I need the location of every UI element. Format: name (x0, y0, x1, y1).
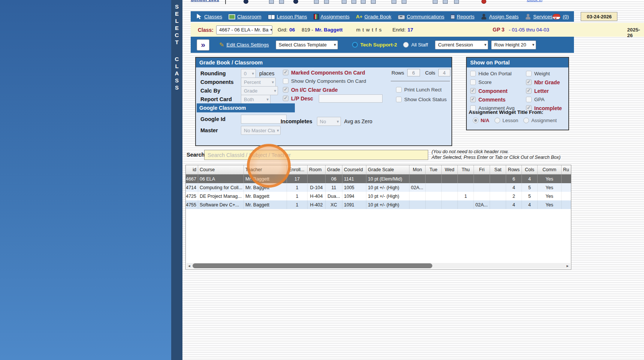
portal-option-checkbox[interactable] (526, 97, 532, 102)
scrollbar-thumb[interactable] (193, 263, 432, 268)
nav-communications[interactable]: Communications (398, 14, 445, 19)
portal-option-checkbox[interactable] (470, 71, 476, 76)
scroll-left-arrow[interactable] (187, 263, 192, 269)
toolbar-icon[interactable] (361, 0, 366, 4)
column-header[interactable]: Comm (538, 165, 562, 174)
class-select[interactable]: 4667 - 06 ELA - Mr. Ba (216, 25, 272, 34)
toolbar-icon[interactable] (244, 0, 248, 4)
nav-lesson-plans[interactable]: Lesson Plans (268, 14, 307, 19)
school-year: 2025-26 (627, 27, 644, 38)
table-cell: 1141 (342, 175, 366, 183)
reportcard-row: Report Card Both (200, 95, 270, 104)
nav-services[interactable]: Services (525, 14, 553, 19)
toolbar-icon[interactable] (402, 0, 406, 4)
portal-option-checkbox[interactable] (470, 97, 476, 102)
all-staff-radio[interactable] (403, 42, 409, 48)
nav-assign-seats[interactable]: Assign Seats (481, 14, 518, 19)
portal-option-checkbox[interactable] (526, 79, 532, 85)
column-header[interactable]: Room (308, 165, 326, 174)
components-select[interactable]: Percent (241, 78, 276, 87)
cols-input[interactable]: 4 (438, 69, 450, 76)
portal-option-label: GPA (534, 97, 545, 102)
toolbar-icon[interactable] (269, 0, 274, 4)
expand-button[interactable]: » (197, 39, 209, 51)
portal-option-checkbox[interactable] (470, 79, 476, 85)
portal-option-checkbox[interactable] (526, 88, 532, 94)
column-header[interactable]: Cols (522, 165, 538, 174)
toolbar-icon[interactable] (391, 0, 396, 4)
portal-option-checkbox[interactable] (526, 71, 532, 76)
gradebook-panel-title: Grade Book / Classroom (196, 58, 451, 67)
toolbar-icon[interactable] (433, 0, 438, 4)
calcby-select[interactable]: Grade (241, 86, 278, 95)
toolbar-icon[interactable] (279, 0, 284, 4)
nav-grade-book[interactable]: A+Grade Book (356, 14, 391, 19)
gradebook-option-checkbox[interactable] (396, 87, 402, 93)
tech-support-radio[interactable] (352, 42, 358, 48)
sidebar-letter: S (171, 3, 182, 10)
google-id-input[interactable] (241, 115, 287, 124)
toolbar-icon[interactable] (371, 0, 376, 4)
column-header[interactable]: Ru (562, 165, 571, 174)
table-cell: H-402 (308, 200, 326, 209)
column-header[interactable]: Sat (490, 165, 506, 174)
toolbar-icon[interactable] (293, 0, 298, 4)
clock-in-link[interactable]: Clock In (527, 0, 542, 2)
gradebook-option-checkbox[interactable] (283, 87, 288, 93)
table-row[interactable]: 4714Computing for Coll...Mr. Baggett1D-1… (186, 183, 571, 192)
toolbar-icon[interactable] (443, 0, 448, 4)
gradebook-option-checkbox[interactable] (396, 97, 402, 102)
column-header[interactable]: Enroll... (287, 165, 308, 174)
gradebook-option-checkbox[interactable] (283, 70, 288, 75)
class-template-select[interactable]: Select Class Template (276, 40, 338, 49)
toolbar-icon[interactable] (351, 0, 356, 4)
chat-bubble-icon[interactable] (553, 14, 560, 19)
gradebook-option-checkbox[interactable] (283, 78, 288, 84)
search-input[interactable] (204, 150, 428, 160)
rows-label: Rows (391, 70, 404, 76)
school-link[interactable]: School 1001 (191, 0, 219, 2)
rows-cols-row: Rows 6 Cols 4 (391, 69, 450, 76)
widget-title-radio[interactable] (523, 118, 529, 123)
toolbar-icon[interactable] (314, 0, 319, 4)
column-header[interactable]: Course (198, 165, 244, 174)
rounding-select[interactable]: 0 (241, 69, 256, 78)
row-height-select[interactable]: Row Height 20 (491, 40, 536, 49)
column-header[interactable]: Grade Scale (366, 165, 409, 174)
toolbar-icon[interactable] (324, 0, 329, 4)
column-header[interactable]: Wed (442, 165, 458, 174)
toolbar-icon[interactable] (342, 0, 347, 4)
message-count-link[interactable]: (0) (563, 14, 569, 19)
nav-classes[interactable]: Classes (196, 14, 222, 19)
portal-option-checkbox[interactable] (470, 88, 476, 94)
column-header[interactable]: Rows (506, 165, 522, 174)
lp-desc-input[interactable] (319, 94, 383, 103)
table-row[interactable]: 466706 ELAMr. Baggett1706114110 pt (Elem… (186, 175, 571, 183)
widget-title-radio[interactable] (495, 118, 500, 123)
column-header[interactable]: Thu (458, 165, 474, 174)
column-header[interactable]: Fri (474, 165, 490, 174)
scroll-right-arrow[interactable] (565, 263, 570, 269)
incompletes-select[interactable]: No (317, 117, 341, 126)
toolbar-icon[interactable] (454, 0, 459, 4)
column-header[interactable]: CourseId (342, 165, 366, 174)
session-select[interactable]: Current Session (435, 40, 488, 49)
column-header[interactable]: Grade (326, 165, 342, 174)
column-header[interactable]: Tue (426, 165, 442, 174)
nav-reports[interactable]: Reports (451, 14, 474, 19)
column-header[interactable]: id (186, 165, 198, 174)
column-header[interactable]: Mon (409, 165, 426, 174)
rows-input[interactable]: 6 (407, 69, 420, 76)
date-field[interactable]: 03-24-2026 (581, 12, 617, 21)
reportcard-select[interactable]: Both (241, 95, 270, 104)
nav-classroom[interactable]: Classroom (229, 13, 261, 19)
table-row[interactable]: 4725DE Project Manag...Mr. Baggett1H-404… (186, 192, 571, 200)
master-select[interactable]: No Master Cla (241, 126, 281, 135)
gradebook-option-checkbox[interactable] (283, 96, 288, 101)
widget-title-radio[interactable] (473, 118, 478, 123)
toolbar-icon[interactable] (481, 0, 486, 4)
column-header[interactable]: Teacher (244, 165, 287, 174)
nav-assignments[interactable]: Assignments (314, 14, 350, 19)
table-row[interactable]: 4755Software Dev C+...Mr. Baggett1H-402X… (186, 200, 571, 209)
edit-class-settings-link[interactable]: Edit Class Settings (226, 42, 269, 48)
